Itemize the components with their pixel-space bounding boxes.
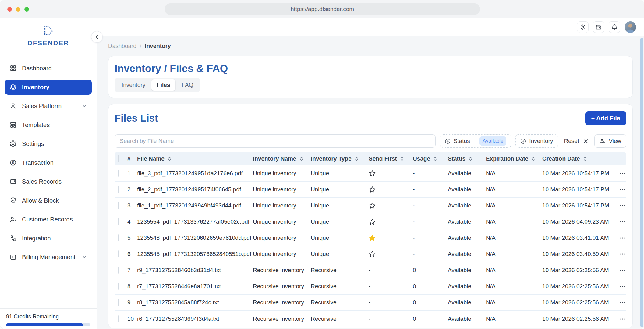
add-file-button[interactable]: + Add File: [585, 111, 626, 125]
sidebar-item-integration[interactable]: Integration: [5, 231, 92, 246]
sidebar-item-label: Billing Management: [22, 254, 76, 261]
star-outline-icon[interactable]: [369, 250, 376, 258]
row-checkbox[interactable]: [118, 283, 119, 290]
row-checkbox[interactable]: [118, 186, 119, 193]
billing-icon: [9, 253, 17, 261]
star-outline-icon[interactable]: [369, 218, 376, 225]
wallet-button[interactable]: [593, 21, 604, 33]
row-checkbox[interactable]: [118, 315, 119, 322]
usage-cell: -: [413, 218, 448, 225]
credits-panel: 91 Credits Remaining: [0, 308, 97, 329]
row-actions-button[interactable]: [618, 316, 626, 322]
tab-inventory[interactable]: Inventory: [116, 79, 151, 91]
vertical-scrollbar[interactable]: [640, 38, 643, 327]
select-all-checkbox[interactable]: [118, 155, 119, 162]
brand-name: DFSENDER: [0, 39, 97, 47]
notifications-button[interactable]: [609, 21, 620, 33]
plus-circle-icon: [445, 138, 451, 144]
more-options-icon: [619, 218, 626, 225]
breadcrumb-dashboard[interactable]: Dashboard: [108, 43, 136, 49]
inventory-type-cell: Recursive: [311, 283, 369, 290]
sidebar-collapse-button[interactable]: [91, 31, 103, 43]
row-number: 4: [127, 218, 137, 225]
row-checkbox[interactable]: [118, 267, 119, 274]
row-actions-button[interactable]: [618, 267, 626, 274]
page-title: Inventory / Files & FAQ: [115, 62, 626, 74]
sidebar-item-dashboard[interactable]: Dashboard: [5, 61, 92, 76]
tab-files[interactable]: Files: [151, 79, 175, 91]
breadcrumb: Dashboard / Inventory: [108, 43, 633, 49]
column-header-send-first[interactable]: Send First: [369, 155, 413, 162]
reset-filters-button[interactable]: Reset: [562, 138, 590, 144]
column-header-file-name[interactable]: File Name: [137, 155, 253, 162]
table-body: 1 file_3_pdf_1773201249951da2176e6.pdf U…: [115, 165, 626, 327]
inventory-name-cell: Unique inventory: [253, 170, 311, 177]
table-row: 9 r8_1773127552845a88f724c.txt Recursive…: [115, 295, 626, 311]
row-actions-button[interactable]: [618, 202, 626, 209]
sidebar-item-sales-records[interactable]: Sales Records: [5, 174, 92, 189]
star-outline-icon[interactable]: [369, 170, 376, 177]
sidebar-item-allow-block[interactable]: Allow & Block: [5, 193, 92, 208]
inventory-filter-label: Inventory: [529, 138, 553, 144]
file-name-cell: r8_1773127552845a88f724c.txt: [137, 299, 253, 306]
row-actions-button[interactable]: [618, 170, 626, 177]
table-row: 2 file_2_pdf_177320124995174f06645.pdf U…: [115, 182, 626, 198]
chevron-down-icon: [82, 103, 87, 109]
row-checkbox[interactable]: [118, 250, 119, 257]
star-outline-icon[interactable]: [369, 202, 376, 209]
status-cell: Available: [448, 170, 486, 177]
column-header-status[interactable]: Status: [448, 155, 486, 162]
user-avatar[interactable]: [625, 21, 636, 33]
bell-icon: [611, 24, 618, 30]
view-options-button[interactable]: View: [594, 134, 626, 148]
table-row: 8 r7_17731275528446e8a1701.txt Recursive…: [115, 278, 626, 295]
maximize-window-button[interactable]: [24, 7, 29, 12]
sidebar-item-billing-management[interactable]: Billing Management: [5, 249, 92, 265]
sidebar-item-inventory[interactable]: Inventory: [5, 80, 92, 95]
creation-date-cell: 10 Mar 2026 10:54:17 PM: [542, 202, 618, 209]
inventory-type-cell: Unique: [311, 218, 369, 225]
theme-toggle-button[interactable]: [577, 21, 589, 33]
table-row: 7 r9_17731275528460b3d31d4.txt Recursive…: [115, 262, 626, 278]
row-checkbox[interactable]: [118, 170, 119, 177]
row-actions-button[interactable]: [618, 283, 626, 290]
row-actions-button[interactable]: [618, 218, 626, 225]
row-checkbox[interactable]: [118, 218, 119, 225]
sidebar-item-label: Allow & Block: [22, 197, 59, 204]
row-number: 2: [127, 186, 137, 193]
file-name-cell: r9_17731275528460b3d31d4.txt: [137, 267, 253, 274]
row-checkbox[interactable]: [118, 234, 119, 241]
column-header-inventory-type[interactable]: Inventory Type: [311, 155, 369, 162]
status-filter-value[interactable]: Available: [475, 135, 511, 147]
row-checkbox[interactable]: [118, 299, 119, 306]
column-header-creation-date[interactable]: Creation Date: [542, 155, 618, 162]
row-actions-button[interactable]: [618, 186, 626, 193]
sidebar-item-sales-platform[interactable]: Sales Platform: [5, 98, 92, 114]
star-outline-icon[interactable]: [369, 186, 376, 193]
status-filter-button[interactable]: Status: [440, 135, 475, 147]
tab-faq[interactable]: FAQ: [176, 79, 199, 91]
inventory-filter-button[interactable]: Inventory: [516, 135, 557, 147]
status-cell: Available: [448, 251, 486, 257]
transaction-icon: $: [9, 159, 17, 166]
column-header-num: #: [127, 155, 137, 162]
row-actions-button[interactable]: [618, 299, 626, 306]
column-header-inventory-name[interactable]: Inventory Name: [253, 155, 311, 162]
close-window-button[interactable]: [7, 7, 12, 12]
column-header-usage[interactable]: Usage: [413, 155, 448, 162]
column-header-expiration-date[interactable]: Expiration Date: [486, 155, 542, 162]
sidebar-item-settings[interactable]: Settings: [5, 136, 92, 151]
row-checkbox[interactable]: [118, 202, 119, 209]
sidebar-item-transaction[interactable]: $Transaction: [5, 155, 92, 170]
star-filled-icon[interactable]: [369, 234, 376, 242]
search-input[interactable]: [115, 134, 436, 148]
sidebar-item-label: Transaction: [22, 159, 54, 166]
address-bar[interactable]: https://app.dfsender.com: [165, 3, 480, 15]
sort-icon: [531, 156, 536, 161]
row-actions-button[interactable]: [618, 235, 626, 241]
minimize-window-button[interactable]: [16, 7, 20, 12]
row-actions-button[interactable]: [618, 251, 626, 257]
inventory-icon: [9, 83, 17, 91]
sidebar-item-customer-records[interactable]: Customer Records: [5, 212, 92, 227]
sidebar-item-templates[interactable]: Templates: [5, 117, 92, 133]
